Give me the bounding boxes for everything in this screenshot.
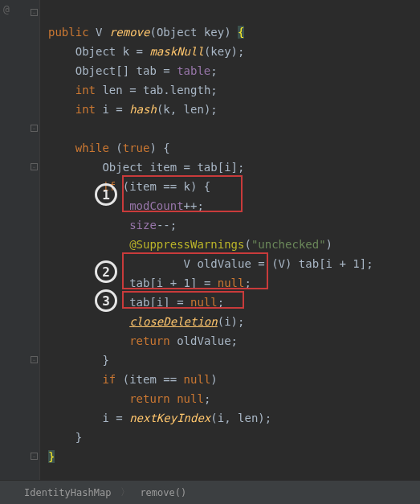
code-line: @SuppressWarnings("unchecked"): [48, 238, 332, 251]
code-line: [48, 122, 55, 135]
code-line: int len = tab.length;: [48, 84, 218, 96]
code-line: public V remove(Object key) {: [48, 26, 244, 39]
code-line: while (true) {: [48, 141, 170, 154]
code-line: tab[i + 1] = null;: [48, 277, 251, 289]
code-line: tab[i] = null;: [48, 296, 224, 309]
fold-icon[interactable]: −: [31, 356, 38, 363]
breadcrumb-method[interactable]: remove(): [135, 487, 191, 498]
code-line: }: [48, 431, 82, 444]
code-line: i = nextKeyIndex(i, len);: [48, 412, 271, 424]
code-line: return null;: [48, 392, 210, 405]
code-line: if (item == k) {: [48, 180, 210, 193]
code-line: }: [48, 354, 109, 367]
code-editor[interactable]: @ − − − − − public V remove(Object key) …: [0, 0, 420, 480]
fold-icon[interactable]: −: [31, 125, 38, 132]
code-line: }: [48, 450, 55, 463]
fold-icon[interactable]: −: [31, 453, 38, 460]
code-line: Object[] tab = table;: [48, 64, 218, 77]
gutter-at: @: [3, 3, 10, 15]
code-line: Object item = tab[i];: [48, 161, 244, 174]
code-line: Object k = maskNull(key);: [48, 45, 244, 58]
code-line: return oldValue;: [48, 334, 238, 347]
code-line: closeDeletion(i);: [48, 315, 244, 328]
fold-icon[interactable]: −: [31, 9, 38, 16]
code-line: if (item == null): [48, 373, 218, 386]
gutter: @ − − − − −: [0, 0, 40, 480]
code-line: int i = hash(k, len);: [48, 103, 218, 116]
code-area[interactable]: public V remove(Object key) { Object k =…: [40, 0, 373, 480]
chevron-right-icon: 〉: [116, 486, 135, 499]
code-line: V oldValue = (V) tab[i + 1];: [48, 257, 373, 270]
code-line: modCount++;: [48, 199, 204, 212]
code-line: size--;: [48, 219, 177, 232]
fold-icon[interactable]: −: [31, 163, 38, 170]
